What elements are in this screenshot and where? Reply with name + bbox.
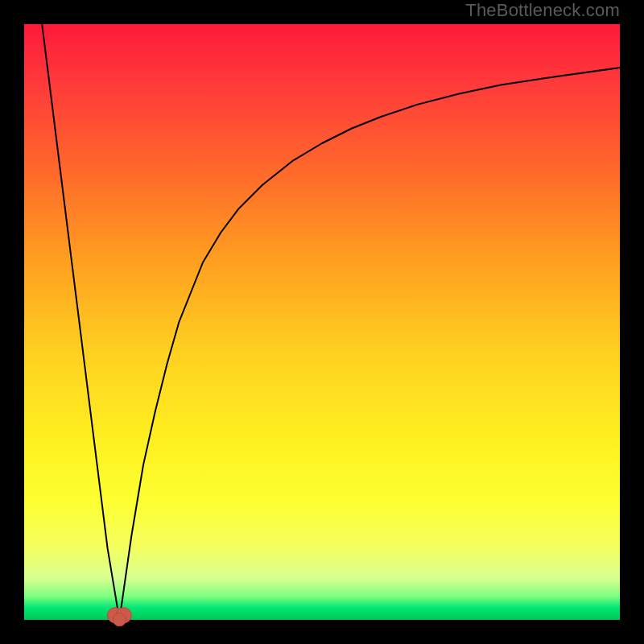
watermark-text: TheBottleneck.com <box>465 0 620 21</box>
right-branch-curve <box>119 68 620 620</box>
minimum-marker <box>107 608 131 626</box>
svg-point-2 <box>113 613 126 625</box>
plot-area <box>24 24 620 620</box>
curve-svg <box>24 24 620 620</box>
chart-outer-frame: TheBottleneck.com <box>0 0 644 644</box>
left-branch-curve <box>42 24 119 620</box>
